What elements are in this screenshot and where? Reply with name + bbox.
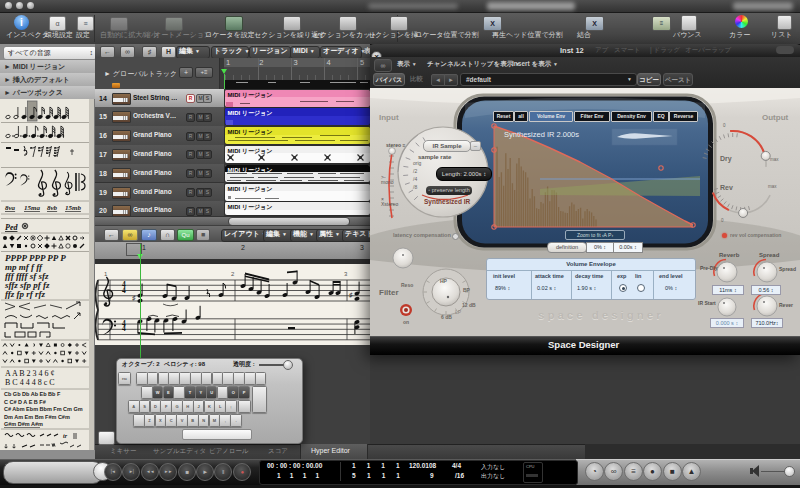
- svg-text:♯: ♯: [132, 294, 136, 302]
- svg-text:G#m D#m A#m: G#m D#m A#m: [4, 421, 43, 427]
- svg-text:8vb: 8vb: [47, 204, 58, 212]
- svg-text:8va: 8va: [5, 204, 16, 212]
- svg-text:♯: ♯: [349, 291, 353, 299]
- svg-text:4: 4: [122, 286, 126, 295]
- svg-text:A A B 2 3 4 6 ¢: A A B 2 3 4 6 ¢: [5, 369, 55, 378]
- svg-text:Ped: Ped: [5, 223, 18, 232]
- svg-text:C# Abm Ebm Bbm Fm Cm Gm: C# Abm Ebm Bbm Fm Cm Gm: [4, 406, 83, 412]
- svg-text:ffz fp rf rfz: ffz fp rf rfz: [5, 289, 46, 299]
- svg-text:B C 4 4 4 8 c C: B C 4 4 4 8 c C: [5, 378, 55, 387]
- svg-text:tr: tr: [63, 433, 68, 439]
- svg-text:C C# D A E B F#: C C# D A E B F#: [4, 399, 46, 405]
- svg-text:Dm Am Em Bm F#m C#m: Dm Am Em Bm F#m C#m: [4, 414, 70, 420]
- svg-text:Cb Gb Db Ab Eb Bb F: Cb Gb Db Ab Eb Bb F: [4, 391, 61, 397]
- svg-text:15ma: 15ma: [24, 204, 40, 212]
- svg-text:15mb: 15mb: [65, 204, 81, 212]
- svg-text:4: 4: [122, 324, 126, 333]
